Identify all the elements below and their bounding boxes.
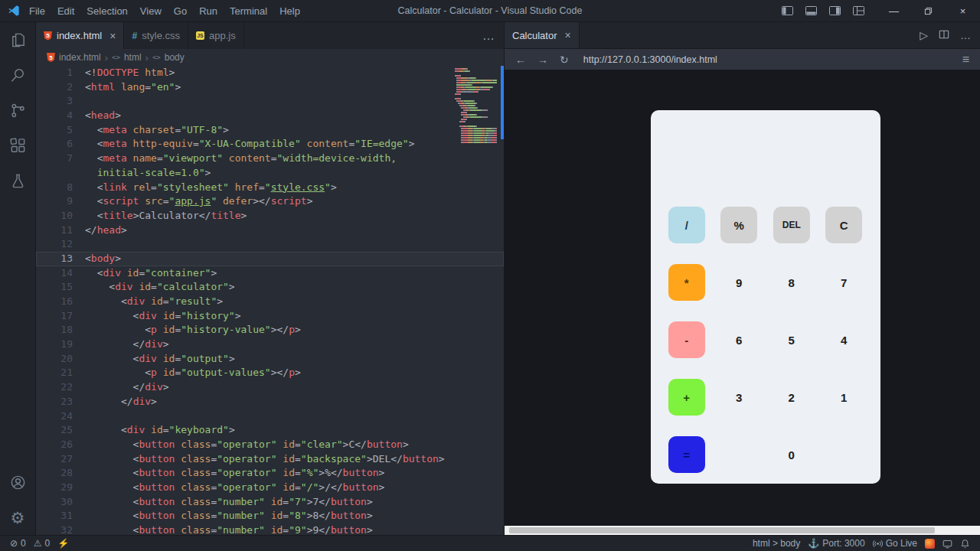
toggle-panel-icon[interactable] <box>805 6 817 15</box>
menu-run[interactable]: Run <box>193 0 224 21</box>
code-line: 1<!DOCTYPE html> <box>36 66 504 80</box>
code-text: <button class="operator" id="clear">C</b… <box>85 438 409 452</box>
calc-button-%[interactable]: % <box>720 207 757 243</box>
menu-edit[interactable]: Edit <box>51 0 80 21</box>
status-item[interactable] <box>956 536 974 551</box>
code-text: <p id="history-value"></p> <box>85 323 301 337</box>
calc-button-C[interactable]: C <box>825 207 862 243</box>
close-window-button[interactable]: × <box>946 0 980 21</box>
split-editor-icon[interactable] <box>939 29 949 42</box>
scrollbar-thumb[interactable] <box>509 527 935 533</box>
line-number <box>36 166 85 181</box>
browser-toolbar: ← → ↻ http://127.0.0.1:3000/index.html ≡ <box>505 49 980 70</box>
calc-button-0[interactable]: 0 <box>773 436 810 473</box>
explorer-icon[interactable] <box>0 22 35 57</box>
breadcrumb-file[interactable]: index.html <box>59 52 101 63</box>
calc-button-9[interactable]: 9 <box>720 264 757 301</box>
status-item-port-3000[interactable]: ⚓Port: 3000 <box>804 536 868 551</box>
calc-button-6[interactable]: 6 <box>720 321 757 358</box>
close-icon[interactable]: × <box>109 30 116 42</box>
menu-terminal[interactable]: Terminal <box>224 0 273 21</box>
calc-button-1[interactable]: 1 <box>825 379 862 416</box>
more-actions-icon[interactable]: … <box>482 29 495 43</box>
browser-preview-panel: Calculator × ▷ … ← → ↻ http://127.0.0.1:… <box>505 22 980 535</box>
calc-button-DEL[interactable]: DEL <box>773 207 810 243</box>
toggle-secondary-sidebar-icon[interactable] <box>829 6 841 15</box>
run-icon[interactable]: ▷ <box>920 29 928 41</box>
calc-button-8[interactable]: 8 <box>773 264 810 301</box>
tab-calculator-preview[interactable]: Calculator × <box>505 22 580 48</box>
line-number: 1 <box>36 66 85 80</box>
bell-icon <box>960 539 970 549</box>
calc-button-7[interactable]: 7 <box>825 264 862 301</box>
code-text: <link rel="stylesheet" href="style.css"> <box>85 181 337 195</box>
accounts-icon[interactable] <box>0 465 35 500</box>
back-icon[interactable]: ← <box>515 54 526 66</box>
code-line: 4<head> <box>36 109 504 123</box>
code-text: </head> <box>85 223 127 238</box>
line-number: 19 <box>36 337 85 352</box>
status-item-html-body[interactable]: html > body <box>749 536 804 551</box>
menu-file[interactable]: File <box>23 0 51 21</box>
minimap[interactable] <box>455 68 497 144</box>
code-line: 26 <button class="operator" id="clear">C… <box>36 438 504 452</box>
calc-button-/[interactable]: / <box>668 207 705 243</box>
browser-menu-icon[interactable]: ≡ <box>962 53 969 67</box>
customize-layout-icon[interactable] <box>853 6 864 15</box>
more-actions-icon[interactable]: … <box>960 29 971 41</box>
status-item-0[interactable]: ⊘0 <box>6 536 30 551</box>
line-number: 15 <box>36 280 85 295</box>
calc-button-2[interactable]: 2 <box>773 379 810 416</box>
css-file-icon: # <box>132 31 137 41</box>
code-line: 21 <p id="output-values"></p> <box>36 366 504 380</box>
breadcrumb[interactable]: 5index.html›<>html›<>body <box>36 49 504 66</box>
code-text: <div id="calculator"> <box>85 280 235 295</box>
status-item[interactable] <box>921 536 939 551</box>
anchor-icon: ⚓ <box>808 539 819 548</box>
menu-view[interactable]: View <box>134 0 168 21</box>
extensions-icon[interactable] <box>0 128 35 163</box>
status-item[interactable]: ⚡ <box>54 536 73 551</box>
calc-button-5[interactable]: 5 <box>773 321 810 358</box>
close-icon[interactable]: × <box>565 29 571 41</box>
calc-button-=[interactable]: = <box>668 436 705 473</box>
code-line: 2<html lang="en"> <box>36 80 504 95</box>
menu-help[interactable]: Help <box>273 0 306 21</box>
horizontal-scrollbar[interactable] <box>505 526 980 535</box>
search-icon[interactable] <box>0 57 35 93</box>
menu-selection[interactable]: Selection <box>80 0 133 21</box>
code-line: 19 </div> <box>36 337 504 352</box>
forward-icon[interactable]: → <box>537 54 548 66</box>
status-item[interactable] <box>939 536 956 551</box>
calc-button-+[interactable]: + <box>668 379 705 416</box>
window-title: Calculator - Calculator - Visual Studio … <box>398 5 583 16</box>
editor-scrollbar-thumb[interactable] <box>501 66 504 139</box>
tab-app.js[interactable]: JSapp.js <box>188 22 244 49</box>
breadcrumb-item-html[interactable]: html <box>124 52 142 63</box>
settings-icon[interactable]: ⚙ <box>0 500 35 535</box>
status-item-go-live[interactable]: Go Live <box>869 536 921 551</box>
url-field[interactable]: http://127.0.0.1:3000/index.html <box>583 54 951 65</box>
calc-button-*[interactable]: * <box>668 264 705 301</box>
restore-button[interactable] <box>911 0 946 21</box>
line-number: 27 <box>36 452 85 467</box>
status-item-0[interactable]: ⚠0 <box>30 536 54 551</box>
code-line: 25 <div id="keyboard"> <box>36 423 504 438</box>
calc-button-3[interactable]: 3 <box>720 379 757 416</box>
menu-go[interactable]: Go <box>168 0 193 21</box>
tab-style.css[interactable]: #style.css <box>124 22 188 49</box>
breadcrumb-item-body[interactable]: body <box>165 52 185 63</box>
reload-icon[interactable]: ↻ <box>560 54 569 66</box>
source-control-icon[interactable] <box>0 93 35 128</box>
calc-button--[interactable]: - <box>668 321 705 358</box>
minimize-button[interactable]: — <box>877 0 911 21</box>
bolt-icon: ⚡ <box>57 539 69 548</box>
code-text: <head> <box>85 109 121 123</box>
calc-button-4[interactable]: 4 <box>825 321 862 358</box>
test-beaker-icon[interactable] <box>0 163 35 198</box>
line-number: 24 <box>36 409 85 424</box>
status-bar: ⊘0⚠0⚡ html > body⚓Port: 3000Go Live <box>0 535 980 551</box>
toggle-sidebar-icon[interactable] <box>782 6 793 15</box>
code-editor[interactable]: 1<!DOCTYPE html>2<html lang="en">34<head… <box>36 66 504 535</box>
tab-index.html[interactable]: 5index.html× <box>36 22 124 49</box>
